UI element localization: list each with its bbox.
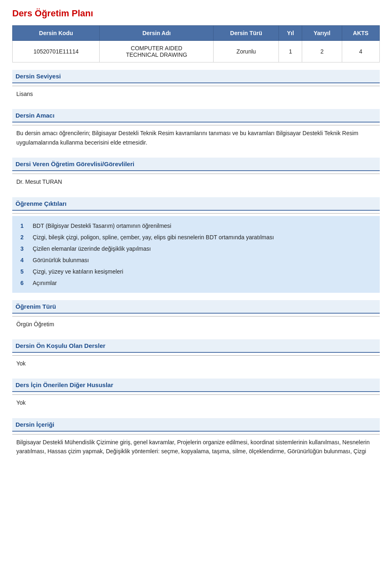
course-akts: 4 [342,41,379,62]
ogrenme-ciktilari-header: Öğrenme Çıktıları [12,197,380,211]
col-header-code: Dersin Kodu [13,26,100,41]
dersin-seviyesi-content: Lisans [12,86,380,102]
course-name-line2: TECHNICAL DRAWING [126,51,187,58]
onerilen-hususlar-header: Ders İçin Önerilen Diğer Hususlar [12,379,380,392]
course-year: 1 [279,41,302,62]
outcome-row: 1 BDT (Bilgisyar Destekli Tasarım) ortam… [19,220,373,232]
course-name: COMPUTER AIDED TECHNICAL DRAWING [100,41,214,62]
outcome-row: 6 Açınımlar [19,277,373,289]
outcomes-table: 1 BDT (Bilgisyar Destekli Tasarım) ortam… [19,220,373,289]
outcome-text: Çizgi, bileşik çizgi, poligon, spline, ç… [31,232,373,243]
ogrenim-turu-header: Öğrenim Türü [12,300,380,314]
dersi-veren-content: Dr. Mesut TURAN [12,174,380,189]
ogrenme-ciktilari-list: 1 BDT (Bilgisyar Destekli Tasarım) ortam… [12,216,380,293]
course-table: Dersin Kodu Dersin Adı Dersin Türü Yıl Y… [12,25,380,62]
col-header-semester: Yarıyıl [302,26,342,41]
course-semester: 2 [302,41,342,62]
ogrenim-turu-content: Örgün Öğretim [12,316,380,332]
on-kosul-header: Dersin Ön Koşulu Olan Dersler [12,339,380,353]
col-header-year: Yıl [279,26,302,41]
outcome-text: Çizgi, yüzey ve katıların kesişmeleri [31,266,373,277]
dersin-amaci-header: Dersin Amacı [12,109,380,123]
outcome-row: 5 Çizgi, yüzey ve katıların kesişmeleri [19,266,373,277]
outcome-text: Açınımlar [31,277,373,289]
dersi-veren-header: Dersi Veren Öğretim Görevlisi/Görevliler… [12,158,380,171]
outcome-number: 6 [19,277,31,289]
on-kosul-content: Yok [12,356,380,371]
outcome-text: BDT (Bilgisyar Destekli Tasarım) ortamın… [31,220,373,232]
course-type: Zorunlu [214,41,279,62]
outcome-number: 1 [19,220,31,232]
outcome-row: 4 Görünürlük bulunması [19,254,373,266]
dersin-seviyesi-header: Dersin Seviyesi [12,70,380,83]
onerilen-hususlar-content: Yok [12,395,380,410]
dersin-icerigi-content: Bilgisayar Destekli Mühendislik Çizimine… [12,434,380,459]
outcome-number: 4 [19,254,31,266]
outcome-text: Görünürlük bulunması [31,254,373,266]
course-row: 10520701E11114 COMPUTER AIDED TECHNICAL … [13,41,380,62]
col-header-type: Dersin Türü [214,26,279,41]
course-code: 10520701E11114 [13,41,100,62]
dersin-amaci-content: Bu dersin amacı öğrencilerin; Bilgisayar… [12,125,380,150]
col-header-akts: AKTS [342,26,379,41]
outcome-text: Çizilen elemanlar üzerinde değişiklik ya… [31,243,373,254]
course-name-line1: COMPUTER AIDED [131,45,182,51]
outcome-row: 2 Çizgi, bileşik çizgi, poligon, spline,… [19,232,373,243]
col-header-name: Dersin Adı [100,26,214,41]
outcome-number: 2 [19,232,31,243]
page-title: Ders Öğretim Planı [12,8,380,19]
outcome-row: 3 Çizilen elemanlar üzerinde değişiklik … [19,243,373,254]
outcome-number: 3 [19,243,31,254]
dersin-icerigi-header: Dersin İçeriği [12,418,380,432]
outcome-number: 5 [19,266,31,277]
